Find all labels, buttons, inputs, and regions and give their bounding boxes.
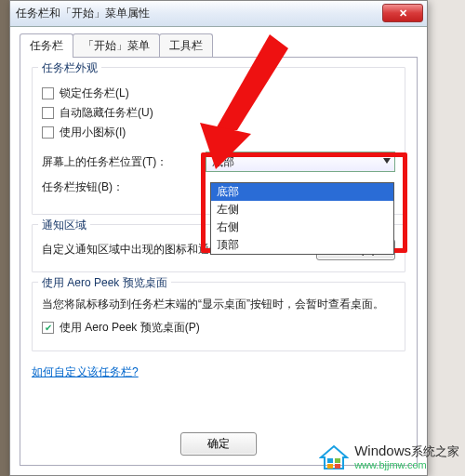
group-notify-legend: 通知区域 xyxy=(38,218,90,233)
tab-toolbar[interactable]: 工具栏 xyxy=(159,33,213,58)
svg-rect-3 xyxy=(327,458,333,463)
label-aero-checkbox: 使用 Aero Peek 预览桌面(P) xyxy=(60,320,200,336)
dropdown-option-left[interactable]: 左侧 xyxy=(211,201,393,218)
svg-marker-2 xyxy=(321,446,347,469)
group-appearance-legend: 任务栏外观 xyxy=(38,60,101,76)
tab-taskbar[interactable]: 任务栏 xyxy=(20,33,73,58)
label-lock-taskbar: 锁定任务栏(L) xyxy=(60,86,129,101)
select-position[interactable]: 底部 xyxy=(206,152,395,172)
label-taskbar-buttons: 任务栏按钮(B)： xyxy=(42,179,200,195)
dropdown-option-bottom[interactable]: 底部 xyxy=(211,183,393,201)
label-autohide: 自动隐藏任务栏(U) xyxy=(60,105,153,121)
select-position-value: 底部 xyxy=(212,154,234,170)
watermark: Windows系统之家 www.bjjmw.com xyxy=(319,443,459,470)
house-icon xyxy=(319,444,349,470)
dropdown-position-list[interactable]: 底部 左侧 右侧 顶部 xyxy=(210,182,394,255)
close-button[interactable]: ✕ xyxy=(382,4,423,22)
properties-window: 任务栏和「开始」菜单属性 ✕ 任务栏 「开始」菜单 工具栏 任务栏外观 锁定任务… xyxy=(9,0,428,476)
link-help[interactable]: 如何自定义该任务栏? xyxy=(32,365,139,378)
watermark-brand: Windows xyxy=(354,443,411,458)
label-position: 屏幕上的任务栏位置(T)： xyxy=(42,154,200,170)
svg-rect-4 xyxy=(335,458,340,463)
button-ok[interactable]: 确定 xyxy=(180,432,257,456)
dropdown-option-top[interactable]: 顶部 xyxy=(211,236,393,254)
label-notify-desc: 自定义通知区域中出现的图标和通知。 xyxy=(42,242,232,258)
window-title: 任务栏和「开始」菜单属性 xyxy=(16,6,150,21)
tab-panel: 任务栏外观 锁定任务栏(L) 自动隐藏任务栏(U) 使用小图标(I) xyxy=(20,57,418,466)
titlebar[interactable]: 任务栏和「开始」菜单属性 ✕ xyxy=(10,1,427,27)
tab-start-menu[interactable]: 「开始」菜单 xyxy=(73,33,160,58)
group-aero-peek: 使用 Aero Peek 预览桌面 当您将鼠标移动到任务栏末端的“显示桌面”按钮… xyxy=(32,282,405,351)
watermark-url: www.bjjmw.com xyxy=(354,459,459,470)
group-aero-legend: 使用 Aero Peek 预览桌面 xyxy=(38,275,171,291)
svg-rect-5 xyxy=(327,464,333,469)
chevron-down-icon xyxy=(383,158,391,164)
checkbox-autohide[interactable] xyxy=(42,107,54,119)
checkbox-lock-taskbar[interactable] xyxy=(42,87,54,99)
label-small-icons: 使用小图标(I) xyxy=(60,125,126,140)
label-aero-desc: 当您将鼠标移动到任务栏末端的“显示桌面”按钮时，会暂时查看桌面。 xyxy=(42,297,395,312)
watermark-sub1: 系统之家 xyxy=(411,444,459,458)
dropdown-option-right[interactable]: 右侧 xyxy=(211,218,393,236)
svg-rect-6 xyxy=(335,464,340,469)
tab-strip: 任务栏 「开始」菜单 工具栏 xyxy=(20,33,418,57)
checkbox-aero-peek[interactable] xyxy=(42,322,54,334)
checkbox-small-icons[interactable] xyxy=(42,126,54,139)
close-icon: ✕ xyxy=(399,7,407,20)
